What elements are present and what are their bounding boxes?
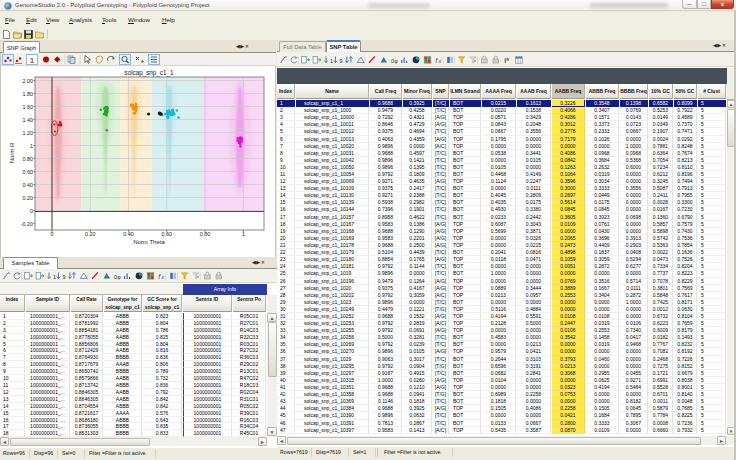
svg-text:Norm Theta: Norm Theta <box>133 239 165 245</box>
svg-text:x: x <box>160 274 164 280</box>
svg-text:0φ: 0φ <box>391 58 398 64</box>
svg-text:1.60: 1.60 <box>23 104 34 110</box>
svg-text:1: 1 <box>30 143 33 149</box>
svg-text:i: i <box>504 57 506 64</box>
svg-text:x: x <box>437 58 441 64</box>
svg-text:1.40: 1.40 <box>23 117 34 123</box>
svg-text:1: 1 <box>330 58 333 64</box>
svg-text:0.80: 0.80 <box>23 156 34 162</box>
svg-text:0: 0 <box>30 208 33 214</box>
svg-text:1.20: 1.20 <box>23 130 34 136</box>
svg-text:0.40: 0.40 <box>23 182 34 188</box>
svg-text:1: 1 <box>30 56 35 65</box>
svg-text:9: 9 <box>340 58 343 64</box>
svg-text:0.20: 0.20 <box>23 195 34 201</box>
svg-text:2.00: 2.00 <box>23 78 34 84</box>
svg-text:-0.20: -0.20 <box>21 221 33 227</box>
svg-text:9: 9 <box>63 274 66 280</box>
svg-text:solcap_snp_c1_1: solcap_snp_c1_1 <box>124 69 174 77</box>
svg-text:1: 1 <box>53 274 56 280</box>
svg-text:0φ: 0φ <box>114 274 121 280</box>
svg-text:Norm R: Norm R <box>9 142 15 163</box>
svg-text:0.60: 0.60 <box>23 169 34 175</box>
svg-text:1.80: 1.80 <box>23 91 34 97</box>
